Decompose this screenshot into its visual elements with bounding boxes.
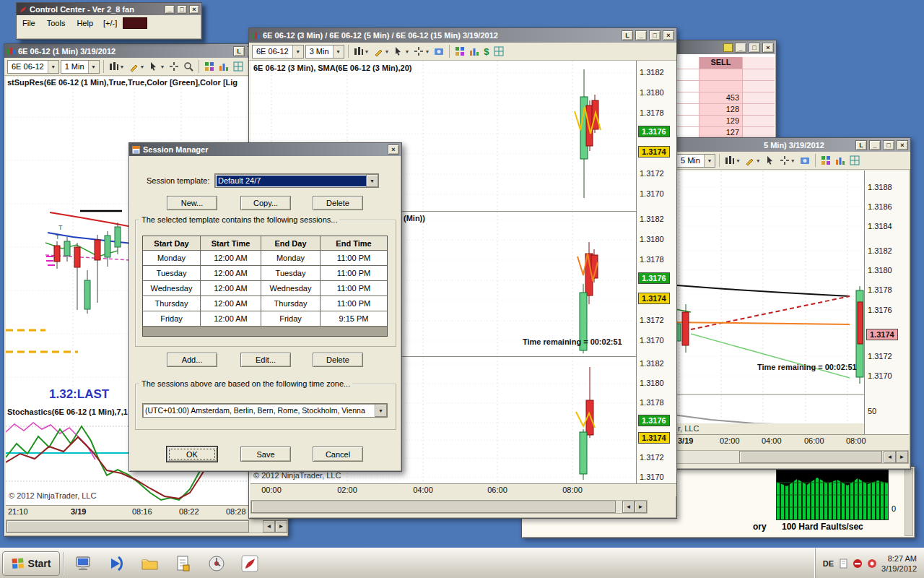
instrument-selector[interactable]: 6E 06-12▼ — [252, 45, 304, 59]
cancel-button[interactable]: Cancel — [313, 447, 363, 462]
link-button[interactable]: L — [855, 140, 867, 150]
scroll-right-icon[interactable]: ► — [635, 501, 647, 513]
crosshair-icon[interactable]: ▼ — [778, 153, 797, 168]
chart-style-icon[interactable]: ▼ — [108, 59, 126, 74]
delete-session-button[interactable]: Delete — [313, 353, 363, 367]
crosshair-icon[interactable]: ▼ — [412, 44, 431, 59]
instrument-selector[interactable]: 6E 06-12▼ — [7, 60, 59, 74]
column-header[interactable]: End Day — [261, 236, 321, 251]
interval-selector[interactable]: 3 Min▼ — [305, 45, 344, 59]
zoom-icon[interactable] — [182, 59, 195, 74]
resource-scrollbar[interactable] — [905, 468, 913, 536]
cursor-icon[interactable] — [764, 153, 777, 168]
tray-page-icon[interactable] — [838, 558, 848, 569]
chart3-scrollbar[interactable]: ◄ ► — [250, 500, 648, 514]
tray-clock[interactable]: 8:27 AM 3/19/2012 — [881, 553, 917, 574]
scrollbar-thumb[interactable] — [739, 451, 882, 463]
link-button[interactable]: L — [622, 30, 633, 40]
chart-wizard-icon[interactable] — [468, 44, 481, 59]
maximize-button[interactable]: □ — [749, 43, 760, 53]
superdom-titlebar[interactable]: _ □ × — [672, 40, 776, 54]
tray-alert-icon[interactable] — [867, 558, 877, 569]
menu-file[interactable]: File — [17, 17, 41, 29]
tray-no-entry-icon[interactable] — [853, 558, 863, 569]
scroll-left-icon[interactable]: ◄ — [884, 451, 896, 463]
table-row[interactable]: Wednesday12:00 AMWednesday11:00 PM — [143, 281, 387, 296]
drawing-tools-icon[interactable]: ▼ — [372, 44, 391, 59]
chart-style-icon[interactable]: ▼ — [352, 44, 371, 59]
scroll-right-icon[interactable]: ► — [275, 520, 287, 532]
scroll-left-icon[interactable]: ◄ — [263, 520, 275, 532]
column-header[interactable]: Start Day — [143, 236, 201, 251]
chart1-scrollbar[interactable]: ◄ ► — [6, 519, 288, 533]
indicators-icon[interactable] — [453, 44, 466, 59]
minimize-button[interactable]: _ — [869, 140, 881, 150]
snapshot-icon[interactable] — [798, 153, 811, 168]
drawing-tools-icon[interactable]: ▼ — [128, 59, 147, 74]
dollar-icon[interactable]: $ — [482, 44, 490, 59]
dom-row[interactable] — [674, 69, 775, 81]
interval-selector[interactable]: 5 Min▼ — [676, 154, 715, 168]
dom-row[interactable]: 453 — [674, 92, 775, 104]
new-button[interactable]: New... — [167, 196, 217, 210]
minimize-button[interactable]: _ — [165, 5, 175, 14]
chart15-price-axis[interactable]: 1.3188 1.3186 1.3184 1.3182 1.3180 1.317… — [864, 171, 909, 434]
timezone-combo[interactable]: (UTC+01:00) Amsterdam, Berlin, Bern, Rom… — [142, 403, 388, 418]
menu-help[interactable]: Help — [71, 17, 99, 29]
quicklaunch-ninjatrader[interactable] — [233, 551, 266, 577]
dom-row[interactable] — [674, 81, 775, 92]
data-grid-icon[interactable] — [848, 153, 861, 168]
minimize-button[interactable]: _ — [735, 43, 746, 53]
interval-selector[interactable]: 1 Min▼ — [61, 60, 100, 74]
scrollbar-thumb[interactable] — [251, 501, 616, 513]
table-row[interactable]: Friday12:00 AMFriday9:15 PM — [143, 311, 387, 327]
data-grid-icon[interactable] — [232, 59, 245, 74]
delete-template-button[interactable]: Delete — [313, 196, 363, 210]
chart-wizard-icon[interactable] — [217, 59, 230, 74]
data-grid-icon[interactable] — [492, 44, 505, 59]
close-icon[interactable]: × — [388, 144, 399, 155]
scrollbar-thumb[interactable] — [6, 520, 249, 532]
snapshot-icon[interactable] — [432, 44, 445, 59]
maximize-button[interactable]: □ — [649, 30, 661, 40]
drawing-tools-icon[interactable]: ▼ — [744, 153, 762, 168]
language-indicator[interactable]: DE — [823, 559, 834, 568]
session-template-combo[interactable]: Default 24/7 ▼ — [214, 173, 379, 188]
edit-button[interactable]: Edit... — [240, 353, 291, 367]
ok-button[interactable]: OK — [167, 447, 217, 462]
close-button[interactable]: × — [189, 5, 199, 14]
scroll-right-icon[interactable]: ► — [896, 451, 908, 463]
quicklaunch-messenger[interactable] — [100, 551, 134, 577]
table-row[interactable]: Thursday12:00 AMThursday11:00 PM — [143, 296, 387, 311]
chart3-titlebar[interactable]: 6E 06-12 (3 Min) / 6E 06-12 (5 Min) / 6E… — [249, 28, 676, 43]
chart1-titlebar[interactable]: 6E 06-12 (1 Min) 3/19/2012 L _ □ × — [4, 44, 288, 58]
table-row[interactable]: Monday12:00 AMMonday11:00 PM — [143, 251, 387, 266]
cursor-icon[interactable]: ▼ — [147, 59, 166, 74]
dom-row[interactable]: 129 — [674, 116, 775, 127]
menu-plus-minus[interactable]: [+/-] — [99, 17, 121, 29]
copy-button[interactable]: Copy... — [240, 196, 291, 210]
close-button[interactable]: × — [762, 43, 774, 53]
quicklaunch-clock[interactable] — [200, 551, 233, 577]
table-row[interactable]: Tuesday12:00 AMTuesday11:00 PM — [143, 266, 387, 281]
chart3-price-axis[interactable]: 1.3182 1.3180 1.3178 1.3176 1.3174 1.317… — [636, 61, 676, 483]
chart-wizard-icon[interactable] — [834, 153, 847, 168]
quicklaunch-folder[interactable] — [134, 551, 167, 577]
start-button[interactable]: Start — [2, 551, 60, 576]
save-button[interactable]: Save — [240, 447, 291, 462]
maximize-button[interactable]: □ — [883, 140, 894, 150]
chevron-down-icon[interactable]: ▼ — [366, 174, 378, 187]
column-header[interactable]: Start Time — [201, 236, 261, 251]
scroll-left-icon[interactable]: ◄ — [622, 501, 635, 513]
close-button[interactable]: × — [663, 30, 674, 40]
minimize-button[interactable]: _ — [635, 30, 647, 40]
column-header[interactable]: End Time — [321, 236, 387, 251]
add-button[interactable]: Add... — [167, 353, 217, 367]
menu-tools[interactable]: Tools — [41, 17, 71, 29]
maximize-button[interactable]: □ — [177, 5, 187, 14]
indicators-icon[interactable] — [819, 153, 832, 168]
crosshair-icon[interactable] — [167, 59, 180, 74]
session-manager-titlebar[interactable]: Session Manager × — [129, 143, 401, 156]
chart-style-icon[interactable]: ▼ — [723, 153, 742, 168]
cursor-icon[interactable]: ▼ — [392, 44, 411, 59]
